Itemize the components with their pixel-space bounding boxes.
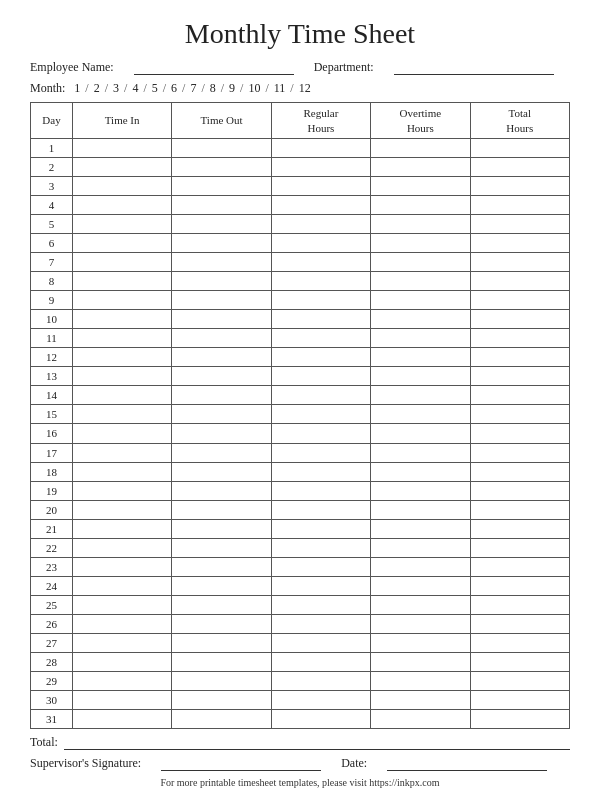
total-cell-day19[interactable] (470, 481, 569, 500)
total-cell-day14[interactable] (470, 386, 569, 405)
month-12[interactable]: 12 (297, 81, 313, 96)
overtime-cell-day7[interactable] (371, 253, 470, 272)
timein-cell-day19[interactable] (72, 481, 171, 500)
overtime-cell-day19[interactable] (371, 481, 470, 500)
timeout-cell-day21[interactable] (172, 519, 271, 538)
supervisor-sig-field[interactable] (161, 757, 321, 771)
timein-cell-day22[interactable] (72, 538, 171, 557)
timeout-cell-day25[interactable] (172, 595, 271, 614)
timeout-cell-day26[interactable] (172, 614, 271, 633)
total-cell-day13[interactable] (470, 367, 569, 386)
timein-cell-day9[interactable] (72, 291, 171, 310)
timeout-cell-day24[interactable] (172, 576, 271, 595)
timeout-cell-day4[interactable] (172, 196, 271, 215)
timein-cell-day3[interactable] (72, 177, 171, 196)
regular-cell-day1[interactable] (271, 139, 370, 158)
overtime-cell-day15[interactable] (371, 405, 470, 424)
timein-cell-day8[interactable] (72, 272, 171, 291)
overtime-cell-day25[interactable] (371, 595, 470, 614)
regular-cell-day11[interactable] (271, 329, 370, 348)
total-cell-day25[interactable] (470, 595, 569, 614)
overtime-cell-day4[interactable] (371, 196, 470, 215)
timein-cell-day28[interactable] (72, 652, 171, 671)
regular-cell-day16[interactable] (271, 424, 370, 443)
timein-cell-day23[interactable] (72, 557, 171, 576)
regular-cell-day12[interactable] (271, 348, 370, 367)
regular-cell-day3[interactable] (271, 177, 370, 196)
overtime-cell-day16[interactable] (371, 424, 470, 443)
total-cell-day26[interactable] (470, 614, 569, 633)
overtime-cell-day27[interactable] (371, 633, 470, 652)
regular-cell-day31[interactable] (271, 709, 370, 728)
regular-cell-day4[interactable] (271, 196, 370, 215)
timein-cell-day21[interactable] (72, 519, 171, 538)
regular-cell-day26[interactable] (271, 614, 370, 633)
timein-cell-day2[interactable] (72, 158, 171, 177)
regular-cell-day9[interactable] (271, 291, 370, 310)
regular-cell-day28[interactable] (271, 652, 370, 671)
timein-cell-day29[interactable] (72, 671, 171, 690)
total-cell-day29[interactable] (470, 671, 569, 690)
timeout-cell-day23[interactable] (172, 557, 271, 576)
total-cell-day11[interactable] (470, 329, 569, 348)
timeout-cell-day6[interactable] (172, 234, 271, 253)
overtime-cell-day13[interactable] (371, 367, 470, 386)
date-field[interactable] (387, 757, 547, 771)
timein-cell-day5[interactable] (72, 215, 171, 234)
timeout-cell-day15[interactable] (172, 405, 271, 424)
timein-cell-day1[interactable] (72, 139, 171, 158)
timeout-cell-day31[interactable] (172, 709, 271, 728)
timein-cell-day18[interactable] (72, 462, 171, 481)
timein-cell-day31[interactable] (72, 709, 171, 728)
timeout-cell-day18[interactable] (172, 462, 271, 481)
timein-cell-day14[interactable] (72, 386, 171, 405)
overtime-cell-day10[interactable] (371, 310, 470, 329)
regular-cell-day21[interactable] (271, 519, 370, 538)
month-9[interactable]: 9 (227, 81, 237, 96)
month-4[interactable]: 4 (130, 81, 140, 96)
regular-cell-day29[interactable] (271, 671, 370, 690)
regular-cell-day10[interactable] (271, 310, 370, 329)
month-11[interactable]: 11 (272, 81, 288, 96)
timeout-cell-day7[interactable] (172, 253, 271, 272)
total-cell-day4[interactable] (470, 196, 569, 215)
total-cell-day10[interactable] (470, 310, 569, 329)
regular-cell-day2[interactable] (271, 158, 370, 177)
total-cell-day18[interactable] (470, 462, 569, 481)
timein-cell-day10[interactable] (72, 310, 171, 329)
regular-cell-day27[interactable] (271, 633, 370, 652)
regular-cell-day7[interactable] (271, 253, 370, 272)
regular-cell-day19[interactable] (271, 481, 370, 500)
timein-cell-day15[interactable] (72, 405, 171, 424)
timeout-cell-day11[interactable] (172, 329, 271, 348)
employee-name-field[interactable] (134, 61, 294, 75)
overtime-cell-day17[interactable] (371, 443, 470, 462)
overtime-cell-day20[interactable] (371, 500, 470, 519)
timein-cell-day20[interactable] (72, 500, 171, 519)
total-cell-day22[interactable] (470, 538, 569, 557)
timein-cell-day13[interactable] (72, 367, 171, 386)
regular-cell-day25[interactable] (271, 595, 370, 614)
overtime-cell-day14[interactable] (371, 386, 470, 405)
overtime-cell-day31[interactable] (371, 709, 470, 728)
timein-cell-day7[interactable] (72, 253, 171, 272)
regular-cell-day13[interactable] (271, 367, 370, 386)
regular-cell-day30[interactable] (271, 690, 370, 709)
timeout-cell-day3[interactable] (172, 177, 271, 196)
timeout-cell-day14[interactable] (172, 386, 271, 405)
total-cell-day8[interactable] (470, 272, 569, 291)
timeout-cell-day13[interactable] (172, 367, 271, 386)
timeout-cell-day17[interactable] (172, 443, 271, 462)
overtime-cell-day12[interactable] (371, 348, 470, 367)
total-cell-day24[interactable] (470, 576, 569, 595)
overtime-cell-day3[interactable] (371, 177, 470, 196)
overtime-cell-day30[interactable] (371, 690, 470, 709)
regular-cell-day5[interactable] (271, 215, 370, 234)
overtime-cell-day11[interactable] (371, 329, 470, 348)
timeout-cell-day12[interactable] (172, 348, 271, 367)
regular-cell-day14[interactable] (271, 386, 370, 405)
overtime-cell-day18[interactable] (371, 462, 470, 481)
overtime-cell-day8[interactable] (371, 272, 470, 291)
timeout-cell-day5[interactable] (172, 215, 271, 234)
regular-cell-day18[interactable] (271, 462, 370, 481)
